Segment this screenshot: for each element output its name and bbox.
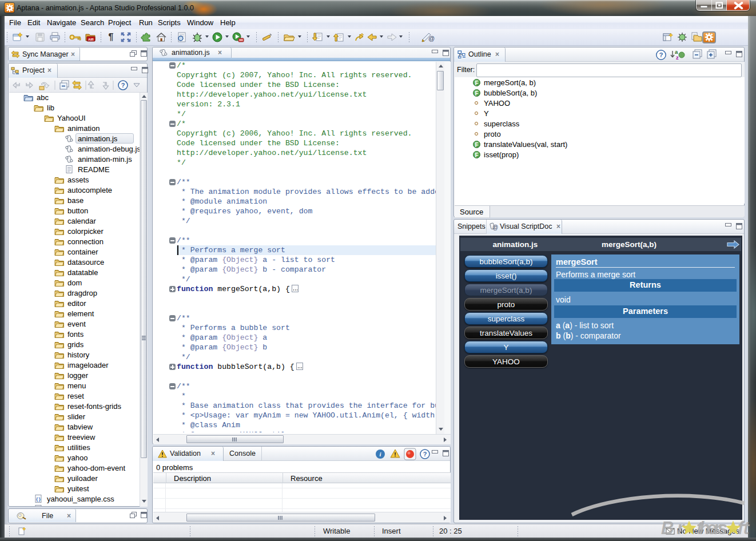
svg-text:?: ? xyxy=(121,82,125,89)
svg-text:?: ? xyxy=(659,51,663,58)
svg-text:ft: ft xyxy=(738,518,750,538)
svg-text:thers: thers xyxy=(697,518,727,538)
svg-text:z: z xyxy=(676,54,679,61)
svg-text:Br: Br xyxy=(661,518,685,538)
svg-text:@: @ xyxy=(492,224,498,230)
svg-text:AIR: AIR xyxy=(88,38,94,41)
svg-text:?: ? xyxy=(423,451,427,458)
svg-text:@: @ xyxy=(428,35,435,42)
